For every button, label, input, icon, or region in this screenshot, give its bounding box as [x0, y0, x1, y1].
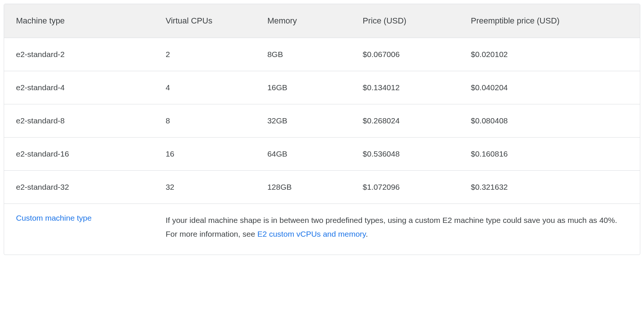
footer-link-cell: Custom machine type: [4, 204, 157, 255]
footer-text-before: If your ideal machine shape is in betwee…: [166, 216, 617, 238]
cell-price: $0.536048: [354, 138, 462, 171]
table-footer-row: Custom machine type If your ideal machin…: [4, 204, 640, 255]
cell-machine-type: e2-standard-2: [4, 38, 157, 71]
table-row: e2-standard-8 8 32GB $0.268024 $0.080408: [4, 104, 640, 138]
header-memory: Memory: [258, 4, 354, 38]
cell-preemptible-price: $0.321632: [462, 171, 640, 204]
table-row: e2-standard-32 32 128GB $1.072096 $0.321…: [4, 171, 640, 204]
cell-virtual-cpus: 32: [157, 171, 258, 204]
cell-preemptible-price: $0.160816: [462, 138, 640, 171]
cell-memory: 8GB: [258, 38, 354, 71]
footer-text-after: .: [366, 230, 368, 238]
footer-text-cell: If your ideal machine shape is in betwee…: [157, 204, 640, 255]
header-virtual-cpus: Virtual CPUs: [157, 4, 258, 38]
cell-virtual-cpus: 16: [157, 138, 258, 171]
custom-machine-type-link[interactable]: Custom machine type: [16, 214, 92, 222]
cell-machine-type: e2-standard-8: [4, 104, 157, 138]
cell-machine-type: e2-standard-4: [4, 71, 157, 104]
pricing-table: Machine type Virtual CPUs Memory Price (…: [4, 4, 640, 255]
e2-custom-link[interactable]: E2 custom vCPUs and memory: [257, 230, 366, 238]
cell-virtual-cpus: 4: [157, 71, 258, 104]
header-price: Price (USD): [354, 4, 462, 38]
cell-memory: 16GB: [258, 71, 354, 104]
cell-machine-type: e2-standard-16: [4, 138, 157, 171]
cell-preemptible-price: $0.080408: [462, 104, 640, 138]
header-machine-type: Machine type: [4, 4, 157, 38]
cell-price: $0.134012: [354, 71, 462, 104]
cell-preemptible-price: $0.040204: [462, 71, 640, 104]
footer-text: If your ideal machine shape is in betwee…: [166, 214, 631, 241]
cell-virtual-cpus: 8: [157, 104, 258, 138]
table-row: e2-standard-16 16 64GB $0.536048 $0.1608…: [4, 138, 640, 171]
table-row: e2-standard-4 4 16GB $0.134012 $0.040204: [4, 71, 640, 104]
cell-memory: 32GB: [258, 104, 354, 138]
cell-price: $0.067006: [354, 38, 462, 71]
table-row: e2-standard-2 2 8GB $0.067006 $0.020102: [4, 38, 640, 71]
cell-memory: 128GB: [258, 171, 354, 204]
cell-memory: 64GB: [258, 138, 354, 171]
table-header-row: Machine type Virtual CPUs Memory Price (…: [4, 4, 640, 38]
pricing-table-container: Machine type Virtual CPUs Memory Price (…: [4, 4, 640, 255]
cell-preemptible-price: $0.020102: [462, 38, 640, 71]
header-preemptible-price: Preemptible price (USD): [462, 4, 640, 38]
cell-price: $0.268024: [354, 104, 462, 138]
cell-price: $1.072096: [354, 171, 462, 204]
cell-virtual-cpus: 2: [157, 38, 258, 71]
cell-machine-type: e2-standard-32: [4, 171, 157, 204]
